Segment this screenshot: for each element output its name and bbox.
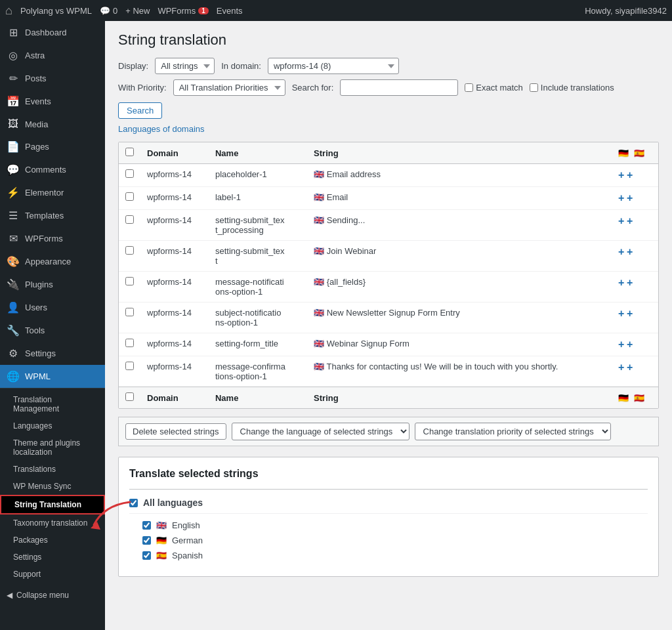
sidebar-item-settings[interactable]: ⚙ Settings (0, 342, 105, 365)
row-checkbox-0[interactable] (125, 169, 134, 178)
select-all-footer-checkbox[interactable] (125, 392, 134, 401)
sidebar-sub-taxonomy-translation[interactable]: Taxonomy translation (0, 514, 105, 532)
english-lang-row[interactable]: 🇬🇧 English (129, 520, 648, 530)
add-es-translation-2[interactable]: + (627, 215, 633, 226)
add-es-translation-0[interactable]: + (627, 169, 633, 180)
sidebar: ⊞ Dashboard ◎ Astra ✏ Posts 📅 Events 🖼 M… (0, 21, 105, 630)
exact-match-label[interactable]: Exact match (465, 83, 523, 93)
sidebar-item-comments[interactable]: 💬 Comments (0, 158, 105, 181)
include-translations-label[interactable]: Include translations (530, 83, 614, 93)
sidebar-item-dashboard[interactable]: ⊞ Dashboard (0, 21, 105, 44)
row-checkbox-6[interactable] (125, 339, 134, 347)
sidebar-item-pages[interactable]: 📄 Pages (0, 135, 105, 158)
row-checkbox-7[interactable] (125, 362, 134, 370)
add-de-translation-4[interactable]: + (618, 277, 624, 288)
add-de-translation-3[interactable]: + (618, 246, 624, 257)
search-for-input[interactable] (340, 79, 458, 96)
row-checkbox-5[interactable] (125, 308, 134, 316)
tools-icon: 🔧 (7, 324, 20, 337)
add-de-translation-7[interactable]: + (618, 362, 624, 373)
templates-icon: ☰ (7, 209, 20, 222)
delete-strings-button[interactable]: Delete selected strings (125, 423, 226, 440)
sidebar-item-plugins[interactable]: 🔌 Plugins (0, 273, 105, 296)
add-es-translation-6[interactable]: + (627, 339, 633, 350)
add-de-translation-6[interactable]: + (618, 339, 624, 350)
users-icon: 👤 (7, 301, 20, 314)
exact-match-checkbox[interactable] (465, 83, 473, 92)
sidebar-sub-support[interactable]: Support (0, 566, 105, 583)
events-admin-item[interactable]: Events (217, 6, 243, 16)
sidebar-item-wpml[interactable]: 🌐 WPML (0, 365, 105, 388)
display-select[interactable]: All strings (155, 58, 215, 74)
sidebar-sub-translation-management[interactable]: Translation Management (0, 391, 105, 417)
col-string-footer: String (307, 387, 612, 409)
filter-row-priority: With Priority: All Translation Prioritie… (118, 79, 659, 119)
search-button[interactable]: Search (118, 102, 162, 119)
german-checkbox[interactable] (142, 536, 151, 545)
col-domain-footer: Domain (140, 387, 209, 409)
german-lang-row[interactable]: 🇩🇪 German (129, 536, 648, 545)
wpforms-admin-item[interactable]: WPForms 1 (158, 6, 208, 16)
row-string-4: 🇬🇧 {all_fields} (307, 272, 612, 303)
row-string-2: 🇬🇧 Sending... (307, 210, 612, 241)
include-translations-checkbox[interactable] (530, 83, 538, 92)
sidebar-item-wpforms[interactable]: ✉ WPForms (0, 227, 105, 250)
add-de-translation-2[interactable]: + (618, 215, 624, 226)
row-checkbox-3[interactable] (125, 246, 134, 255)
sidebar-item-users[interactable]: 👤 Users (0, 296, 105, 319)
sidebar-sub-wp-menus-sync[interactable]: WP Menus Sync (0, 478, 105, 495)
wpforms-icon: ✉ (7, 232, 20, 245)
sidebar-item-posts[interactable]: ✏ Posts (0, 67, 105, 90)
sidebar-sub-string-translation[interactable]: String Translation (0, 495, 105, 514)
all-languages-checkbox[interactable] (129, 499, 138, 507)
appearance-icon: 🎨 (7, 255, 20, 268)
select-all-checkbox[interactable] (125, 148, 134, 156)
new-content-item[interactable]: + New (125, 6, 150, 16)
add-es-translation-7[interactable]: + (627, 362, 633, 373)
sidebar-item-tools[interactable]: 🔧 Tools (0, 319, 105, 342)
row-name-1: label-1 (209, 187, 307, 210)
sidebar-item-templates[interactable]: ☰ Templates (0, 204, 105, 227)
change-priority-select[interactable]: Change translation priority of selected … (415, 423, 611, 440)
sidebar-item-events[interactable]: 📅 Events (0, 90, 105, 113)
events-icon: 📅 (7, 95, 20, 108)
sidebar-item-appearance[interactable]: 🎨 Appearance (0, 250, 105, 273)
add-de-translation-0[interactable]: + (618, 169, 624, 180)
sidebar-sub-translations[interactable]: Translations (0, 461, 105, 478)
spanish-lang-row[interactable]: 🇪🇸 Spanish (129, 551, 648, 560)
row-flag-5: 🇬🇧 (314, 308, 324, 318)
languages-of-domains-link[interactable]: Languages of domains (118, 124, 659, 134)
filter-row-display: Display: All strings In domain: wpforms-… (118, 58, 659, 74)
in-domain-select[interactable]: wpforms-14 (8) (268, 58, 399, 74)
sidebar-sub-packages[interactable]: Packages (0, 532, 105, 549)
add-es-translation-5[interactable]: + (627, 308, 633, 319)
sidebar-sub-theme-plugins[interactable]: Theme and plugins localization (0, 434, 105, 461)
sidebar-item-media[interactable]: 🖼 Media (0, 113, 105, 135)
row-checkbox-2[interactable] (125, 215, 134, 224)
add-de-translation-1[interactable]: + (618, 192, 624, 203)
sidebar-item-elementor[interactable]: ⚡ Elementor (0, 181, 105, 204)
add-es-translation-3[interactable]: + (627, 246, 633, 257)
row-name-2: setting-submit_text_processing (209, 210, 307, 241)
row-checkbox-1[interactable] (125, 192, 134, 201)
add-es-translation-4[interactable]: + (627, 277, 633, 288)
add-de-translation-5[interactable]: + (618, 308, 624, 319)
collapse-menu-button[interactable]: ◀ Collapse menu (0, 585, 105, 605)
german-label: German (172, 536, 203, 545)
all-languages-row[interactable]: All languages (129, 497, 648, 514)
change-language-select[interactable]: Change the language of selected strings (232, 423, 410, 440)
english-checkbox[interactable] (142, 521, 151, 530)
row-actions-0: + + (612, 164, 658, 187)
row-string-7: 🇬🇧 Thanks for contacting us! We will be … (307, 356, 612, 387)
sidebar-sub-settings[interactable]: Settings (0, 549, 105, 566)
strings-table: Domain Name String 🇩🇪 🇪🇸 wpforms- (119, 142, 658, 408)
sidebar-item-astra[interactable]: ◎ Astra (0, 44, 105, 67)
site-name-item[interactable]: Polylang vs WPML (20, 6, 92, 16)
priority-select[interactable]: All Translation Priorities (173, 79, 285, 96)
row-domain-1: wpforms-14 (140, 187, 209, 210)
row-checkbox-4[interactable] (125, 277, 134, 285)
sidebar-sub-languages[interactable]: Languages (0, 417, 105, 434)
messages-item[interactable]: 💬 0 (100, 6, 117, 16)
spanish-checkbox[interactable] (142, 551, 151, 560)
add-es-translation-1[interactable]: + (627, 192, 633, 203)
